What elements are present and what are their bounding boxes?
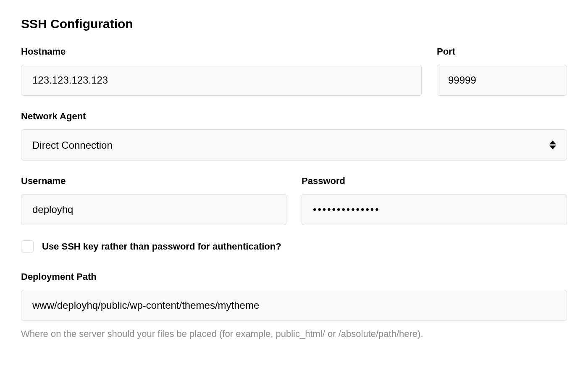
username-label: Username <box>21 176 286 187</box>
ssh-key-checkbox[interactable] <box>21 240 34 253</box>
row-network-agent: Network Agent Direct Connection <box>21 111 567 160</box>
password-input[interactable]: •••••••••••••• <box>302 194 567 225</box>
port-label: Port <box>437 46 567 57</box>
ssh-config-form: SSH Configuration Hostname Port Network … <box>21 17 567 341</box>
hostname-label: Hostname <box>21 46 422 57</box>
username-input[interactable] <box>21 194 286 225</box>
password-label: Password <box>302 176 567 187</box>
row-username-password: Username Password •••••••••••••• <box>21 176 567 225</box>
network-agent-select[interactable]: Direct Connection <box>21 129 567 160</box>
ssh-key-checkbox-row: Use SSH key rather than password for aut… <box>21 240 567 253</box>
field-password: Password •••••••••••••• <box>302 176 567 225</box>
ssh-key-checkbox-label[interactable]: Use SSH key rather than password for aut… <box>42 241 281 252</box>
field-hostname: Hostname <box>21 46 422 96</box>
row-hostname-port: Hostname Port <box>21 46 567 96</box>
deployment-path-help: Where on the server should your files be… <box>21 328 567 341</box>
deployment-path-label: Deployment Path <box>21 271 567 282</box>
network-agent-label: Network Agent <box>21 111 567 122</box>
field-deployment-path: Deployment Path Where on the server shou… <box>21 271 567 341</box>
field-port: Port <box>437 46 567 96</box>
deployment-path-input[interactable] <box>21 290 567 321</box>
network-agent-select-wrapper: Direct Connection <box>21 129 567 160</box>
field-network-agent: Network Agent Direct Connection <box>21 111 567 160</box>
row-deployment-path: Deployment Path Where on the server shou… <box>21 271 567 341</box>
port-input[interactable] <box>437 65 567 96</box>
section-title: SSH Configuration <box>21 17 567 31</box>
hostname-input[interactable] <box>21 65 422 96</box>
field-username: Username <box>21 176 286 225</box>
